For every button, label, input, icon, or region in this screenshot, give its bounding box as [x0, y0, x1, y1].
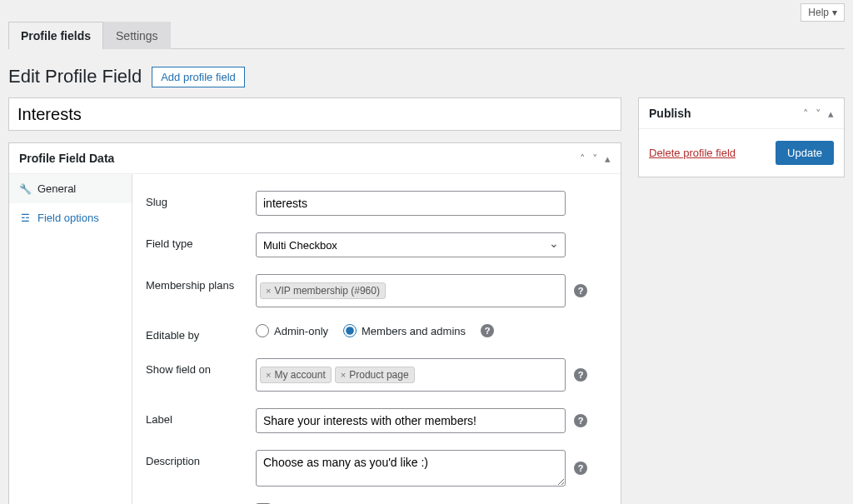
help-icon[interactable]: ?	[574, 368, 587, 382]
help-icon[interactable]: ?	[574, 414, 587, 427]
tag-label: Product page	[349, 369, 408, 381]
help-button[interactable]: Help ▾	[801, 3, 845, 22]
page-title: Edit Profile Field	[8, 66, 142, 87]
remove-tag-icon[interactable]: ×	[266, 370, 271, 380]
help-label: Help	[808, 7, 829, 18]
chevron-down-icon[interactable]: ˅	[592, 152, 598, 165]
remove-tag-icon[interactable]: ×	[266, 286, 271, 296]
primary-tabs: Profile fields Settings	[8, 22, 845, 49]
editable-by-members-label: Members and admins	[362, 325, 466, 337]
membership-plan-tag: × VIP membership (#960)	[260, 282, 386, 299]
panel-title: Profile Field Data	[19, 152, 114, 165]
delete-profile-field-link[interactable]: Delete profile field	[649, 147, 736, 159]
triangle-up-icon[interactable]: ▴	[605, 152, 611, 165]
description-label: Description	[146, 450, 256, 467]
panel-inner-tabs: 🔧 General ☲ Field options	[9, 174, 132, 504]
inner-tab-field-options-label: Field options	[37, 212, 99, 224]
inner-tab-general-label: General	[37, 182, 76, 195]
show-on-tag: × My account	[260, 367, 332, 383]
publish-title: Publish	[649, 107, 691, 120]
field-type-label: Field type	[146, 232, 256, 250]
show-on-tag: × Product page	[335, 367, 415, 383]
show-field-on-input[interactable]: × My account × Product page	[256, 358, 566, 392]
field-type-select[interactable]: Multi Checkbox	[256, 232, 566, 257]
tab-settings[interactable]: Settings	[103, 22, 171, 49]
editable-by-admin-label: Admin-only	[274, 325, 328, 337]
add-profile-field-button[interactable]: Add profile field	[152, 67, 245, 87]
show-field-on-label: Show field on	[146, 358, 256, 376]
publish-panel: Publish ˄ ˅ ▴ Delete profile field Updat…	[638, 97, 845, 177]
field-title-input[interactable]	[8, 97, 621, 131]
chevron-up-icon[interactable]: ˄	[803, 107, 809, 120]
description-input[interactable]	[256, 450, 566, 487]
help-icon[interactable]: ?	[574, 284, 587, 297]
tag-label: My account	[274, 369, 325, 381]
wrench-icon: 🔧	[19, 183, 31, 195]
remove-tag-icon[interactable]: ×	[341, 370, 346, 380]
help-icon[interactable]: ?	[481, 324, 494, 337]
label-input[interactable]	[256, 408, 566, 433]
triangle-up-icon[interactable]: ▴	[828, 107, 834, 120]
inner-tab-general[interactable]: 🔧 General	[9, 174, 132, 203]
editable-by-members-radio[interactable]	[343, 324, 357, 337]
editable-by-label: Editable by	[146, 324, 256, 342]
help-icon[interactable]: ?	[574, 462, 587, 475]
update-button[interactable]: Update	[776, 141, 834, 165]
membership-plans-label: Membership plans	[146, 274, 256, 292]
profile-field-data-panel: Profile Field Data ˄ ˅ ▴ 🔧 General ☲ Fie…	[8, 142, 621, 504]
slug-label: Slug	[146, 191, 256, 208]
list-icon: ☲	[19, 212, 31, 224]
editable-by-admin-radio[interactable]	[256, 324, 269, 337]
chevron-down-icon[interactable]: ˅	[816, 107, 821, 120]
label-label: Label	[146, 408, 256, 426]
editable-by-members-option[interactable]: Members and admins	[343, 324, 466, 337]
slug-input[interactable]	[256, 191, 566, 216]
inner-tab-field-options[interactable]: ☲ Field options	[9, 203, 132, 232]
chevron-up-icon[interactable]: ˄	[580, 152, 586, 165]
editable-by-admin-option[interactable]: Admin-only	[256, 324, 328, 337]
caret-down-icon: ▾	[832, 7, 837, 18]
tab-profile-fields[interactable]: Profile fields	[8, 22, 103, 49]
tag-label: VIP membership (#960)	[274, 285, 380, 297]
membership-plans-input[interactable]: × VIP membership (#960)	[256, 274, 566, 307]
